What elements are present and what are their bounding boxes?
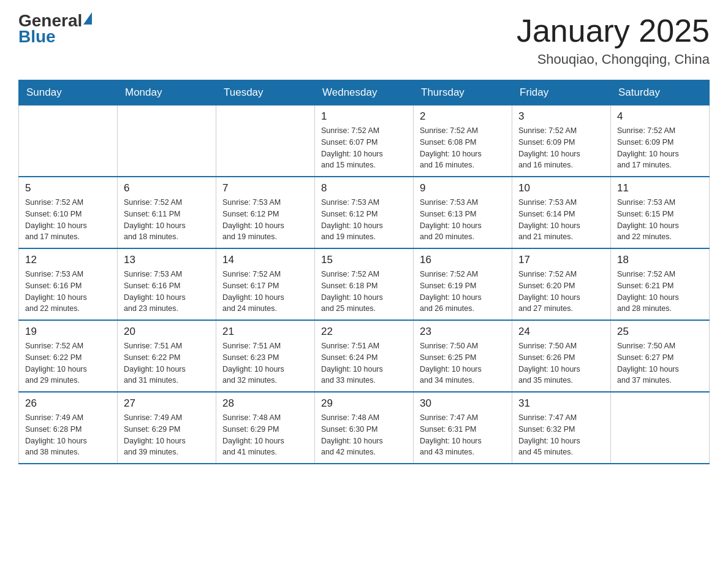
calendar-cell: 26Sunrise: 7:49 AM Sunset: 6:28 PM Dayli… bbox=[19, 392, 118, 464]
day-number: 20 bbox=[124, 326, 210, 338]
weekday-header-row: SundayMondayTuesdayWednesdayThursdayFrid… bbox=[19, 80, 710, 105]
day-number: 11 bbox=[617, 182, 703, 194]
day-info: Sunrise: 7:52 AM Sunset: 6:09 PM Dayligh… bbox=[617, 125, 703, 171]
calendar-cell: 4Sunrise: 7:52 AM Sunset: 6:09 PM Daylig… bbox=[611, 105, 710, 177]
calendar-cell: 31Sunrise: 7:47 AM Sunset: 6:32 PM Dayli… bbox=[512, 392, 611, 464]
calendar-cell: 22Sunrise: 7:51 AM Sunset: 6:24 PM Dayli… bbox=[315, 320, 414, 392]
day-info: Sunrise: 7:53 AM Sunset: 6:13 PM Dayligh… bbox=[420, 197, 506, 243]
calendar-cell: 29Sunrise: 7:48 AM Sunset: 6:30 PM Dayli… bbox=[315, 392, 414, 464]
day-number: 13 bbox=[124, 254, 210, 266]
day-number: 3 bbox=[518, 110, 604, 123]
day-info: Sunrise: 7:53 AM Sunset: 6:16 PM Dayligh… bbox=[124, 269, 210, 315]
calendar-cell: 14Sunrise: 7:52 AM Sunset: 6:17 PM Dayli… bbox=[216, 248, 315, 320]
day-number: 15 bbox=[321, 254, 407, 266]
day-number: 12 bbox=[25, 254, 111, 266]
day-number: 29 bbox=[321, 397, 407, 410]
calendar-week-row: 19Sunrise: 7:52 AM Sunset: 6:22 PM Dayli… bbox=[19, 320, 710, 392]
calendar-cell bbox=[216, 105, 315, 177]
calendar-cell: 12Sunrise: 7:53 AM Sunset: 6:16 PM Dayli… bbox=[19, 248, 118, 320]
weekday-header-thursday: Thursday bbox=[414, 80, 512, 105]
day-info: Sunrise: 7:52 AM Sunset: 6:07 PM Dayligh… bbox=[321, 125, 407, 171]
calendar-cell: 3Sunrise: 7:52 AM Sunset: 6:09 PM Daylig… bbox=[512, 105, 611, 177]
calendar-cell: 30Sunrise: 7:47 AM Sunset: 6:31 PM Dayli… bbox=[414, 392, 512, 464]
calendar-cell: 28Sunrise: 7:48 AM Sunset: 6:29 PM Dayli… bbox=[216, 392, 315, 464]
weekday-header-tuesday: Tuesday bbox=[216, 80, 315, 105]
day-info: Sunrise: 7:50 AM Sunset: 6:26 PM Dayligh… bbox=[518, 340, 604, 386]
day-info: Sunrise: 7:48 AM Sunset: 6:29 PM Dayligh… bbox=[222, 412, 308, 458]
day-info: Sunrise: 7:53 AM Sunset: 6:14 PM Dayligh… bbox=[518, 197, 604, 243]
weekday-header-friday: Friday bbox=[512, 80, 611, 105]
calendar-cell: 5Sunrise: 7:52 AM Sunset: 6:10 PM Daylig… bbox=[19, 177, 118, 248]
day-number: 21 bbox=[222, 326, 308, 338]
weekday-header-sunday: Sunday bbox=[19, 80, 118, 105]
calendar-week-row: 5Sunrise: 7:52 AM Sunset: 6:10 PM Daylig… bbox=[19, 177, 710, 248]
day-number: 23 bbox=[420, 326, 506, 338]
weekday-header-saturday: Saturday bbox=[611, 80, 710, 105]
day-info: Sunrise: 7:49 AM Sunset: 6:28 PM Dayligh… bbox=[25, 412, 111, 458]
day-info: Sunrise: 7:52 AM Sunset: 6:08 PM Dayligh… bbox=[420, 125, 506, 171]
calendar-week-row: 1Sunrise: 7:52 AM Sunset: 6:07 PM Daylig… bbox=[19, 105, 710, 177]
calendar-cell: 23Sunrise: 7:50 AM Sunset: 6:25 PM Dayli… bbox=[414, 320, 512, 392]
calendar-cell bbox=[611, 392, 710, 464]
calendar-cell: 15Sunrise: 7:52 AM Sunset: 6:18 PM Dayli… bbox=[315, 248, 414, 320]
calendar-week-row: 12Sunrise: 7:53 AM Sunset: 6:16 PM Dayli… bbox=[19, 248, 710, 320]
day-number: 17 bbox=[518, 254, 604, 266]
day-number: 30 bbox=[420, 397, 506, 410]
day-info: Sunrise: 7:52 AM Sunset: 6:20 PM Dayligh… bbox=[518, 269, 604, 315]
day-number: 26 bbox=[25, 397, 111, 410]
logo-blue-text: Blue bbox=[18, 27, 56, 47]
day-info: Sunrise: 7:52 AM Sunset: 6:10 PM Dayligh… bbox=[25, 197, 111, 243]
calendar-cell: 9Sunrise: 7:53 AM Sunset: 6:13 PM Daylig… bbox=[414, 177, 512, 248]
weekday-header-monday: Monday bbox=[118, 80, 216, 105]
day-number: 8 bbox=[321, 182, 407, 194]
logo-triangle-icon bbox=[83, 12, 92, 25]
day-info: Sunrise: 7:51 AM Sunset: 6:22 PM Dayligh… bbox=[124, 340, 210, 386]
page-header: General Blue January 2025 Shouqiao, Chon… bbox=[18, 12, 710, 67]
day-number: 4 bbox=[617, 110, 703, 123]
calendar-cell: 8Sunrise: 7:53 AM Sunset: 6:12 PM Daylig… bbox=[315, 177, 414, 248]
calendar-title: January 2025 bbox=[517, 12, 710, 49]
calendar-table: SundayMondayTuesdayWednesdayThursdayFrid… bbox=[18, 80, 710, 464]
calendar-cell: 1Sunrise: 7:52 AM Sunset: 6:07 PM Daylig… bbox=[315, 105, 414, 177]
day-number: 10 bbox=[518, 182, 604, 194]
day-info: Sunrise: 7:53 AM Sunset: 6:15 PM Dayligh… bbox=[617, 197, 703, 243]
weekday-header-wednesday: Wednesday bbox=[315, 80, 414, 105]
day-info: Sunrise: 7:53 AM Sunset: 6:12 PM Dayligh… bbox=[321, 197, 407, 243]
day-info: Sunrise: 7:47 AM Sunset: 6:31 PM Dayligh… bbox=[420, 412, 506, 458]
calendar-cell: 20Sunrise: 7:51 AM Sunset: 6:22 PM Dayli… bbox=[118, 320, 216, 392]
day-number: 19 bbox=[25, 326, 111, 338]
day-info: Sunrise: 7:52 AM Sunset: 6:21 PM Dayligh… bbox=[617, 269, 703, 315]
calendar-week-row: 26Sunrise: 7:49 AM Sunset: 6:28 PM Dayli… bbox=[19, 392, 710, 464]
calendar-cell: 7Sunrise: 7:53 AM Sunset: 6:12 PM Daylig… bbox=[216, 177, 315, 248]
calendar-cell: 6Sunrise: 7:52 AM Sunset: 6:11 PM Daylig… bbox=[118, 177, 216, 248]
calendar-subtitle: Shouqiao, Chongqing, China bbox=[517, 52, 710, 67]
calendar-cell: 18Sunrise: 7:52 AM Sunset: 6:21 PM Dayli… bbox=[611, 248, 710, 320]
day-info: Sunrise: 7:53 AM Sunset: 6:12 PM Dayligh… bbox=[222, 197, 308, 243]
day-info: Sunrise: 7:52 AM Sunset: 6:18 PM Dayligh… bbox=[321, 269, 407, 315]
day-number: 31 bbox=[518, 397, 604, 410]
day-number: 9 bbox=[420, 182, 506, 194]
calendar-cell: 24Sunrise: 7:50 AM Sunset: 6:26 PM Dayli… bbox=[512, 320, 611, 392]
calendar-cell: 21Sunrise: 7:51 AM Sunset: 6:23 PM Dayli… bbox=[216, 320, 315, 392]
calendar-cell: 27Sunrise: 7:49 AM Sunset: 6:29 PM Dayli… bbox=[118, 392, 216, 464]
day-number: 16 bbox=[420, 254, 506, 266]
day-number: 27 bbox=[124, 397, 210, 410]
calendar-cell: 16Sunrise: 7:52 AM Sunset: 6:19 PM Dayli… bbox=[414, 248, 512, 320]
day-number: 7 bbox=[222, 182, 308, 194]
calendar-cell: 19Sunrise: 7:52 AM Sunset: 6:22 PM Dayli… bbox=[19, 320, 118, 392]
calendar-cell: 17Sunrise: 7:52 AM Sunset: 6:20 PM Dayli… bbox=[512, 248, 611, 320]
calendar-cell: 2Sunrise: 7:52 AM Sunset: 6:08 PM Daylig… bbox=[414, 105, 512, 177]
day-info: Sunrise: 7:52 AM Sunset: 6:11 PM Dayligh… bbox=[124, 197, 210, 243]
day-info: Sunrise: 7:47 AM Sunset: 6:32 PM Dayligh… bbox=[518, 412, 604, 458]
day-number: 2 bbox=[420, 110, 506, 123]
day-info: Sunrise: 7:53 AM Sunset: 6:16 PM Dayligh… bbox=[25, 269, 111, 315]
day-number: 14 bbox=[222, 254, 308, 266]
calendar-cell: 13Sunrise: 7:53 AM Sunset: 6:16 PM Dayli… bbox=[118, 248, 216, 320]
day-number: 22 bbox=[321, 326, 407, 338]
day-info: Sunrise: 7:49 AM Sunset: 6:29 PM Dayligh… bbox=[124, 412, 210, 458]
day-info: Sunrise: 7:51 AM Sunset: 6:23 PM Dayligh… bbox=[222, 340, 308, 386]
calendar-cell: 11Sunrise: 7:53 AM Sunset: 6:15 PM Dayli… bbox=[611, 177, 710, 248]
day-info: Sunrise: 7:52 AM Sunset: 6:09 PM Dayligh… bbox=[518, 125, 604, 171]
day-number: 25 bbox=[617, 326, 703, 338]
day-number: 6 bbox=[124, 182, 210, 194]
